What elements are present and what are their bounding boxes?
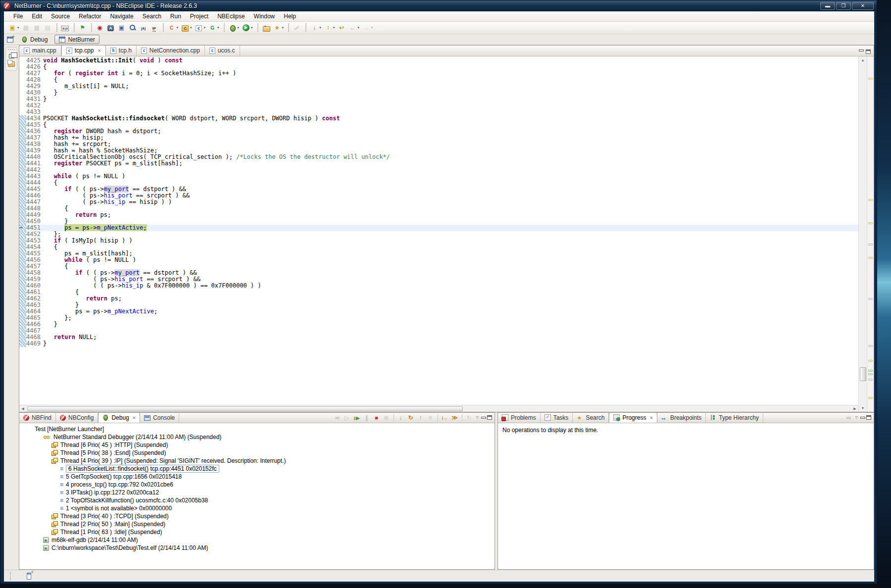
- annotation-ruler[interactable]: [19, 160, 26, 167]
- code-line[interactable]: 4467: [19, 328, 858, 334]
- debug-tree-item[interactable]: ▶m68k-elf-gdb (2/14/14 11:00 AM): [19, 536, 495, 544]
- annotation-ruler[interactable]: [19, 289, 26, 295]
- vertical-scrollbar[interactable]: ▲ ▼: [858, 56, 867, 412]
- horizontal-scrollbar[interactable]: ◀ ▶: [19, 405, 858, 412]
- back-button[interactable]: ▾: [347, 22, 361, 33]
- annotation-ruler[interactable]: [19, 283, 26, 289]
- menu-help[interactable]: Help: [279, 12, 300, 21]
- overview-marker[interactable]: [868, 298, 873, 300]
- forward-dropdown-icon[interactable]: ▾: [371, 26, 373, 30]
- annotation-ruler[interactable]: [19, 205, 26, 212]
- debug-tree-item[interactable]: ⚙⚙NetBurner Standard Debugger (2/14/14 1…: [19, 433, 495, 441]
- code-line[interactable]: 4469}: [19, 341, 858, 347]
- editor-tab-main-cpp[interactable]: cmain.cpp: [19, 45, 61, 56]
- tab-debug[interactable]: Debug×: [98, 412, 140, 423]
- annotation-ruler[interactable]: [19, 315, 26, 321]
- annotation-ruler[interactable]: [19, 102, 26, 109]
- debug-tree-item[interactable]: ▶C:\nburn\workspace\Test\Debug\Test.elf …: [19, 544, 495, 552]
- drop-to-frame-button[interactable]: [426, 413, 435, 422]
- code-line[interactable]: 4456 while ( ps != NULL ): [19, 257, 858, 263]
- code-line[interactable]: 4449 return ps;: [19, 212, 858, 218]
- debug-tree-item[interactable]: Thread [6 Prio( 45 ) :HTTP] (Suspended): [19, 441, 495, 449]
- menu-navigate[interactable]: Navigate: [105, 12, 138, 21]
- code-line[interactable]: 4437 hash += hisip;: [19, 135, 858, 141]
- annotation-ruler[interactable]: [19, 173, 26, 180]
- remove-launch-button[interactable]: [465, 413, 474, 422]
- overview-marker[interactable]: [868, 397, 873, 399]
- annotation-ruler[interactable]: [19, 77, 26, 83]
- debug-button[interactable]: ▾: [227, 22, 241, 33]
- tab-search[interactable]: Search: [573, 412, 609, 423]
- maximize-debug-panel-icon[interactable]: [487, 415, 492, 420]
- menu-edit[interactable]: Edit: [27, 12, 47, 21]
- annotation-ruler[interactable]: [19, 135, 26, 141]
- horizontal-scrollbar-thumb[interactable]: [27, 406, 463, 411]
- new-cpp-class-button[interactable]: ▾: [166, 22, 180, 33]
- menu-window[interactable]: Window: [249, 12, 280, 21]
- annotation-ruler[interactable]: [19, 212, 26, 218]
- binary-tools-button[interactable]: [60, 22, 71, 33]
- tab-breakpoints[interactable]: Breakpoints: [657, 412, 706, 423]
- annotation-ruler[interactable]: [19, 250, 26, 257]
- fast-view-drag-handle[interactable]: [8, 49, 15, 51]
- perspective-netburner[interactable]: NetBurner: [54, 35, 99, 44]
- title-bar[interactable]: NetBurner - C:\nburn\system\tcp.cpp - NB…: [0, 0, 877, 11]
- tab-problems[interactable]: Problems: [498, 412, 541, 423]
- code-line[interactable]: 4425void HashSocketList::Init( void ) co…: [19, 57, 858, 64]
- code-line[interactable]: 4462 return ps;: [19, 295, 858, 302]
- last-edit-location-button[interactable]: [336, 22, 347, 33]
- debug-tree-item[interactable]: ≡1 <symbol is not available> 0x00000000: [19, 504, 495, 512]
- annotation-ruler[interactable]: [19, 186, 26, 193]
- debug-tree-item[interactable]: Thread [1 Prio( 63 ) :Idle] (Suspended): [19, 528, 495, 536]
- code-line[interactable]: →4451 ps = ps->m_pNextActive;: [19, 225, 858, 231]
- autoupdate-button[interactable]: [138, 22, 149, 33]
- project-explorer-icon[interactable]: [8, 61, 15, 67]
- overview-marker[interactable]: [868, 257, 873, 259]
- minimize-button[interactable]: ▬: [820, 2, 835, 10]
- editor-tab-tcp-cpp[interactable]: ctcp.cpp×: [61, 45, 106, 56]
- close-tab-icon[interactable]: ×: [98, 48, 100, 53]
- scroll-left-icon[interactable]: ◀: [19, 407, 26, 411]
- annotation-ruler[interactable]: [19, 83, 26, 90]
- menu-source[interactable]: Source: [47, 12, 74, 21]
- code-line[interactable]: 4432: [19, 102, 858, 109]
- menu-refactor[interactable]: Refactor: [74, 12, 105, 21]
- overview-ruler[interactable]: [867, 56, 874, 412]
- annotation-ruler[interactable]: [19, 231, 26, 238]
- debug-tree-item[interactable]: ≡3 IPTask() ip.cpp:1272 0x0200ca12: [19, 489, 495, 496]
- annotation-ruler[interactable]: →: [19, 225, 26, 231]
- annotation-ruler[interactable]: [19, 122, 26, 128]
- code-line[interactable]: 4443 while ( ps != NULL ): [19, 173, 858, 180]
- perspective-debug[interactable]: Debug: [17, 35, 51, 44]
- annotation-ruler[interactable]: [19, 90, 26, 96]
- fast-view-console-icon[interactable]: [27, 573, 31, 580]
- code-line[interactable]: 4461 {: [19, 289, 858, 295]
- resume-button[interactable]: [352, 413, 361, 422]
- close-button[interactable]: ✕: [852, 2, 874, 10]
- editor-tab-tcp-h[interactable]: htcp.h: [106, 45, 137, 56]
- code-line[interactable]: 4455 ps = m_slist[hash];: [19, 250, 858, 257]
- overview-marker[interactable]: [868, 222, 873, 224]
- annotation-ruler[interactable]: [19, 96, 26, 102]
- debug-tree-item[interactable]: ≡2 TopOfStackKillfunction() ucosmcfc.c:4…: [19, 496, 495, 504]
- use-step-filters-button[interactable]: [450, 413, 459, 422]
- module-docs-button[interactable]: [116, 22, 127, 33]
- new-c-file-dropdown-icon[interactable]: ▾: [204, 26, 206, 30]
- annotation-ruler[interactable]: [19, 115, 26, 122]
- instruction-stepping-button[interactable]: [441, 413, 449, 422]
- tab-nbconfig[interactable]: NBConfig: [56, 412, 98, 423]
- previous-annotation-button[interactable]: ▾: [323, 22, 337, 33]
- menu-nbeclipse[interactable]: NBEclipse: [213, 12, 249, 21]
- overview-marker[interactable]: [868, 78, 873, 80]
- overview-marker[interactable]: [868, 345, 873, 347]
- disconnect-button[interactable]: [382, 413, 391, 422]
- annotation-ruler[interactable]: [19, 193, 26, 199]
- maximize-button[interactable]: ❒: [836, 2, 851, 10]
- annotation-ruler[interactable]: [19, 180, 26, 186]
- annotation-ruler[interactable]: [19, 128, 26, 135]
- scroll-up-icon[interactable]: ▲: [859, 56, 867, 64]
- code-line[interactable]: 4428 {: [19, 77, 858, 83]
- remove-all-terminated-button[interactable]: [333, 413, 342, 422]
- new-make-target-dropdown-icon[interactable]: ▾: [217, 26, 219, 30]
- mttty-serial-button[interactable]: [77, 22, 88, 33]
